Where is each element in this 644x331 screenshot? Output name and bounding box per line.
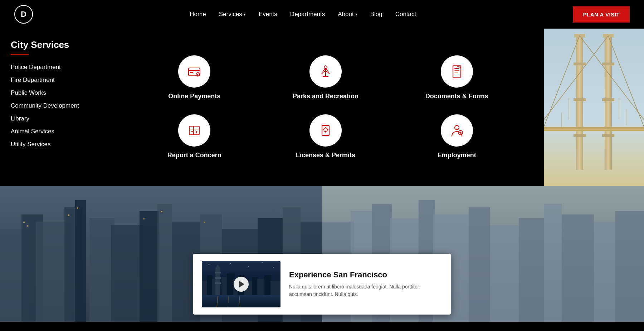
- svg-rect-78: [544, 204, 562, 322]
- employment-icon: [441, 114, 473, 147]
- sidebar-link-fire[interactable]: Fire Department: [11, 76, 55, 83]
- svg-rect-54: [157, 204, 172, 322]
- service-parks[interactable]: Parks and Recreation: [260, 55, 391, 100]
- video-card: Experience San Francisco Nulla quis lore…: [193, 254, 451, 315]
- svg-rect-95: [215, 277, 221, 279]
- video-thumbnail[interactable]: [202, 261, 280, 307]
- sidebar-item-animal[interactable]: Animal Services: [11, 128, 97, 135]
- logo[interactable]: D: [14, 5, 33, 24]
- sidebar-link-commdev[interactable]: Community Development: [11, 102, 79, 109]
- sidebar-underline: [11, 54, 29, 55]
- nav-item-about[interactable]: About ▾: [338, 11, 357, 18]
- svg-rect-6: [453, 66, 461, 77]
- sidebar-link-police[interactable]: Police Department: [11, 64, 61, 70]
- sidebar-link-animal[interactable]: Animal Services: [11, 128, 54, 135]
- nav-link-departments[interactable]: Departments: [290, 11, 325, 18]
- svg-rect-61: [23, 222, 25, 223]
- sidebar-link-utility[interactable]: Utility Services: [11, 141, 50, 148]
- svg-rect-65: [143, 218, 145, 219]
- service-employment[interactable]: Employment: [391, 114, 522, 159]
- sidebar: City Services Police Department Fire Dep…: [0, 29, 107, 186]
- svg-rect-75: [469, 207, 490, 322]
- video-description: Nulla quis lorem ut libero malesuada feu…: [289, 283, 442, 298]
- sidebar-item-police[interactable]: Police Department: [11, 64, 97, 71]
- svg-rect-80: [594, 222, 615, 322]
- svg-point-14: [324, 128, 327, 132]
- svg-rect-43: [544, 127, 644, 131]
- sidebar-item-commdev[interactable]: Community Development: [11, 102, 97, 109]
- svg-rect-34: [602, 134, 614, 137]
- services-grid: Online Payments Parks and Recreation: [107, 29, 544, 186]
- parks-icon: [309, 55, 342, 88]
- video-text: Experience San Francisco Nulla quis lore…: [289, 270, 442, 298]
- svg-rect-30: [605, 34, 612, 170]
- video-title: Experience San Francisco: [289, 270, 442, 280]
- nav-link-about[interactable]: About ▾: [338, 11, 357, 18]
- svg-rect-106: [202, 295, 280, 307]
- svg-rect-44: [544, 129, 644, 130]
- nav-item-blog[interactable]: Blog: [370, 11, 382, 18]
- sidebar-link-library[interactable]: Library: [11, 115, 29, 122]
- nav-item-departments[interactable]: Departments: [290, 11, 325, 18]
- svg-rect-32: [602, 63, 614, 65]
- sidebar-link-publicworks[interactable]: Public Works: [11, 89, 46, 96]
- svg-rect-81: [615, 211, 644, 322]
- chevron-down-icon: ▾: [355, 12, 357, 17]
- chevron-down-icon: ▾: [244, 12, 246, 17]
- cityscape-section: Experience San Francisco Nulla quis lore…: [0, 186, 644, 322]
- nav-link-contact[interactable]: Contact: [395, 11, 416, 18]
- sidebar-item-utility[interactable]: Utility Services: [11, 141, 97, 148]
- svg-rect-33: [602, 98, 614, 101]
- play-button[interactable]: [234, 277, 249, 292]
- svg-rect-24: [544, 29, 644, 186]
- svg-rect-51: [89, 218, 114, 322]
- svg-rect-53: [140, 211, 159, 322]
- plan-visit-button[interactable]: PLAN A VISIT: [573, 6, 630, 23]
- svg-rect-29: [574, 134, 586, 137]
- svg-point-87: [262, 262, 263, 263]
- svg-rect-50: [75, 200, 86, 322]
- nav-item-services[interactable]: Services ▾: [219, 11, 246, 18]
- svg-rect-90: [207, 275, 213, 297]
- documents-icon: [441, 55, 473, 88]
- nav-link-blog[interactable]: Blog: [370, 11, 382, 18]
- nav-link-home[interactable]: Home: [190, 11, 206, 18]
- sidebar-item-fire[interactable]: Fire Department: [11, 76, 97, 84]
- svg-rect-0: [189, 68, 200, 76]
- bridge-image: [544, 29, 644, 186]
- service-online-payments[interactable]: Online Payments: [129, 55, 260, 100]
- svg-rect-64: [77, 207, 78, 209]
- sidebar-links: Police Department Fire Department Public…: [11, 64, 97, 148]
- sidebar-item-publicworks[interactable]: Public Works: [11, 89, 97, 97]
- navigation: D Home Services ▾ Events Departments A: [0, 0, 644, 29]
- service-label-concern: Report a Concern: [167, 152, 221, 159]
- svg-rect-94: [215, 272, 221, 273]
- payment-icon: [178, 55, 210, 88]
- service-documents[interactable]: Documents & Forms: [391, 55, 522, 100]
- svg-point-88: [273, 267, 274, 268]
- svg-rect-62: [27, 225, 28, 227]
- svg-point-4: [324, 66, 327, 69]
- svg-point-83: [209, 264, 209, 265]
- video-card-wrapper: Experience San Francisco Nulla quis lore…: [193, 254, 451, 315]
- service-concern[interactable]: Report a Concern: [129, 114, 260, 159]
- nav-link-services[interactable]: Services ▾: [219, 11, 246, 18]
- nav-item-events[interactable]: Events: [259, 11, 277, 18]
- service-label-employment: Employment: [438, 152, 476, 159]
- svg-rect-67: [204, 222, 205, 223]
- service-permits[interactable]: Licenses & Permits: [260, 114, 391, 159]
- service-label-parks: Parks and Recreation: [293, 93, 358, 100]
- sidebar-item-library[interactable]: Library: [11, 115, 97, 122]
- service-label-permits: Licenses & Permits: [296, 152, 355, 159]
- svg-rect-76: [490, 225, 519, 322]
- svg-rect-105: [270, 281, 280, 297]
- svg-rect-79: [562, 214, 594, 322]
- nav-item-home[interactable]: Home: [190, 11, 206, 18]
- top-section: City Services Police Department Fire Dep…: [0, 29, 644, 186]
- nav-link-events[interactable]: Events: [259, 11, 277, 18]
- service-label-payments: Online Payments: [168, 93, 220, 100]
- nav-item-contact[interactable]: Contact: [395, 11, 416, 18]
- svg-rect-77: [519, 218, 544, 322]
- svg-rect-10: [189, 126, 199, 135]
- svg-rect-25: [576, 34, 583, 170]
